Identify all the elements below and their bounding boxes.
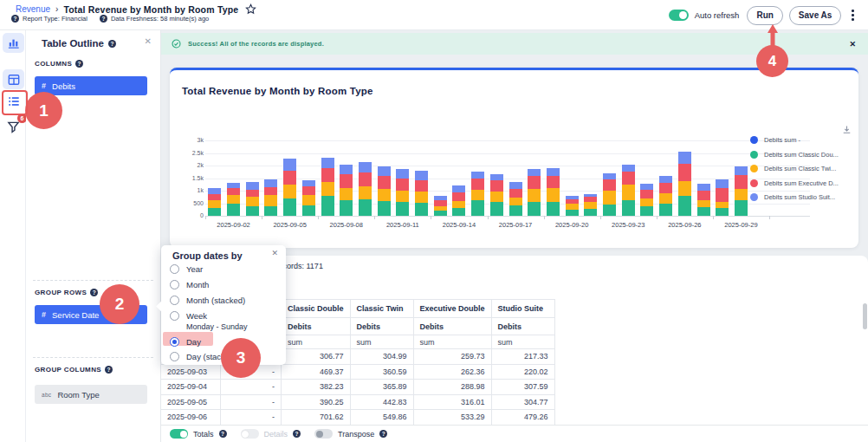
bar-segment [246,206,259,216]
legend-item[interactable]: Debits sum Classic Dou... [750,151,839,159]
table-header-cell: Debits [350,318,413,335]
bar-segment [264,206,277,216]
vertical-scrollbar[interactable] [863,303,867,329]
popup-option-month-stacked-[interactable]: Month (stacked) [170,296,245,305]
radio-button[interactable] [170,337,179,347]
auto-refresh-toggle[interactable] [669,10,689,21]
radio-button[interactable] [170,352,179,361]
banner-close-icon[interactable]: ✕ [849,40,856,49]
stacked-bar[interactable] [547,168,560,216]
popup-option-day[interactable]: Day [170,337,201,347]
x-axis-tick [488,216,489,219]
favorite-star-icon[interactable] [245,3,256,15]
stacked-bar[interactable] [735,166,748,216]
y-axis-label: 1k [172,187,204,193]
help-icon[interactable]: ? [219,430,227,438]
annotation-arrow-4 [766,23,780,49]
popup-option-year[interactable]: Year [170,264,203,274]
popup-option-week[interactable]: Week [170,311,207,321]
stacked-bar[interactable] [246,182,259,216]
stacked-bar[interactable] [378,166,391,216]
popup-option-month[interactable]: Month [170,280,209,289]
breadcrumb-revenue-link[interactable]: Revenue [16,4,50,14]
x-axis-label: 2025-09-20 [555,221,588,229]
stacked-bar[interactable] [264,179,277,216]
stacked-bar[interactable] [566,196,579,216]
details-toggle[interactable] [241,429,259,439]
stacked-bar[interactable] [584,194,597,217]
popup-close-icon[interactable]: ✕ [271,249,278,257]
stacked-bar[interactable] [396,169,409,216]
stacked-bar[interactable] [359,162,372,216]
download-icon[interactable] [842,122,852,138]
chart-view-icon[interactable] [3,33,24,53]
help-icon[interactable]: ? [293,430,301,438]
bar-segment [716,179,729,188]
legend-item[interactable]: Debits sum Classic Twi... [750,165,839,172]
stacked-bar[interactable] [678,152,691,216]
stacked-bar[interactable] [603,173,616,216]
table-footer-bar: Totals?Details?Transpose? [161,425,868,442]
stacked-bar[interactable] [622,165,635,216]
group-columns-chip-room-type[interactable]: abcRoom Type [35,385,147,404]
bar-segment [566,210,579,216]
stacked-bar[interactable] [659,176,672,216]
stacked-bar[interactable] [509,182,522,216]
radio-button[interactable] [170,311,179,321]
stacked-bar[interactable] [697,184,710,216]
stacked-bar[interactable] [415,171,428,216]
table-row[interactable]: 2025-09-04-382.23365.89288.98307.59 [161,380,554,395]
more-options-kebab-icon[interactable] [847,6,858,23]
columns-chip-debits[interactable]: #Debits [35,76,147,95]
stacked-bar[interactable] [227,183,240,216]
radio-button[interactable] [170,264,179,274]
help-icon[interactable]: ? [90,289,98,296]
table-row[interactable]: 2025-09-03-469.37360.59262.36220.02 [161,364,554,380]
save-as-button[interactable]: Save As [789,6,842,25]
x-axis-label: 2025-09-08 [330,221,363,229]
help-icon[interactable]: ? [379,430,387,438]
bar-segment [302,195,315,205]
table-row[interactable]: 2025-09-05-390.25442.83316.01304.77 [161,394,554,410]
stacked-bar[interactable] [434,196,447,216]
help-icon[interactable]: ? [108,40,116,48]
stacked-bar[interactable] [283,159,296,216]
y-axis-label: 500 [172,200,204,206]
totals-toggle[interactable] [170,429,188,439]
bar-segment [509,205,522,216]
stacked-bar[interactable] [528,169,541,217]
legend-dot [750,151,758,159]
transpose-toggle[interactable] [314,429,333,439]
legend-item[interactable]: Debits sum Executive D... [750,179,839,187]
table-cell: 288.98 [413,380,491,395]
table-row[interactable]: 2025-09-06-701.62549.86533.29479.26 [161,410,554,426]
radio-button[interactable] [170,280,179,289]
bar-segment [321,158,334,168]
stacked-bar[interactable] [716,179,729,216]
stacked-bar[interactable] [302,180,315,216]
bar-segment [378,189,391,201]
stacked-bar[interactable] [452,185,465,216]
panel-close-icon[interactable]: ✕ [145,36,152,46]
help-icon[interactable]: ? [105,366,113,374]
stacked-bar[interactable] [208,188,221,216]
bar-segment [264,187,277,195]
info-icon[interactable]: ? [11,15,19,23]
stacked-bar[interactable] [471,172,484,216]
x-axis-tick [374,216,375,219]
help-icon[interactable]: ? [75,60,83,68]
legend-item[interactable]: Debits sum - [750,136,839,144]
bar-segment [471,190,484,200]
legend-item[interactable]: Debits sum Studio Suit... [750,193,839,201]
stacked-bar[interactable] [340,165,353,216]
stacked-bar[interactable] [321,158,334,216]
radio-button[interactable] [170,296,179,305]
bar-segment [659,176,672,183]
info-icon[interactable]: ? [100,15,107,23]
stacked-bar[interactable] [640,184,653,216]
table-view-icon[interactable] [3,69,24,89]
footer-toggle-totals: Totals? [170,429,227,439]
stacked-bar[interactable] [490,174,503,216]
option-label: Month (stacked) [186,296,245,305]
bar-segment [302,186,315,195]
